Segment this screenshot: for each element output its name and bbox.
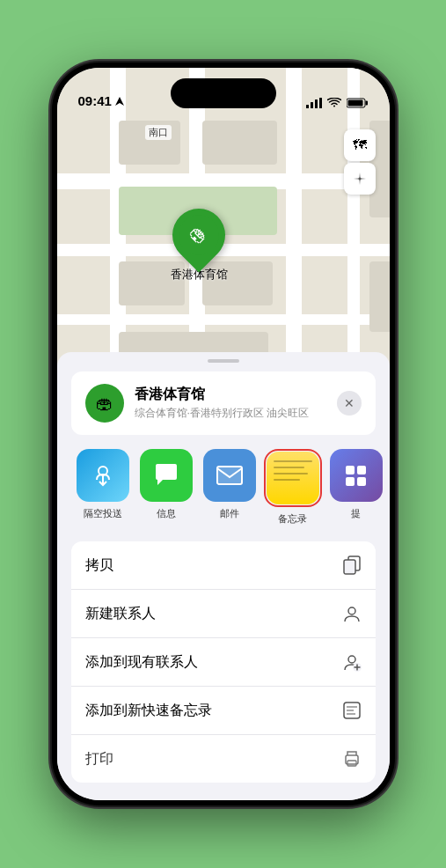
svg-point-16 — [348, 656, 355, 663]
share-airdrop[interactable]: 隔空投送 — [71, 449, 135, 526]
action-quick-note[interactable]: 添加到新快速备忘录 — [71, 687, 376, 735]
notes-lines — [274, 460, 312, 481]
mail-symbol — [216, 463, 244, 488]
map-controls[interactable]: 🗺 — [344, 129, 376, 195]
close-button[interactable]: ✕ — [337, 391, 362, 416]
mail-label: 邮件 — [220, 507, 239, 520]
map-type-button[interactable]: 🗺 — [344, 129, 376, 161]
location-pin: 🏟 香港体育馆 — [171, 209, 228, 283]
signal-icon — [306, 98, 322, 108]
pin-circle: 🏟 — [162, 198, 237, 273]
share-more[interactable]: 提 — [325, 449, 388, 526]
messages-icon[interactable] — [140, 449, 193, 502]
print-label: 打印 — [85, 750, 113, 769]
notes-label: 备忘录 — [278, 512, 307, 526]
phone-frame: 09:41 — [52, 63, 395, 805]
location-icon: 🏟 — [85, 384, 124, 423]
action-copy[interactable]: 拷贝 — [71, 541, 376, 590]
location-button[interactable] — [344, 163, 376, 195]
svg-rect-6 — [365, 101, 368, 106]
quick-note-icon — [342, 701, 362, 720]
share-mail[interactable]: 邮件 — [198, 449, 261, 526]
action-new-contact[interactable]: 新建联系人 — [71, 590, 376, 638]
time-display: 09:41 — [78, 93, 112, 108]
sheet-handle — [208, 359, 239, 363]
svg-point-8 — [358, 178, 361, 180]
svg-rect-7 — [347, 100, 362, 107]
location-name: 香港体育馆 — [135, 386, 337, 404]
status-icons — [306, 98, 369, 108]
svg-rect-14 — [344, 560, 355, 574]
add-existing-label: 添加到现有联系人 — [85, 653, 198, 672]
share-messages[interactable]: 信息 — [135, 449, 198, 526]
battery-icon — [347, 98, 369, 108]
pin-inner: 🏟 — [179, 215, 219, 255]
share-row: 隔空投送 信息 — [57, 435, 390, 533]
copy-label: 拷贝 — [85, 556, 113, 575]
airdrop-symbol — [90, 462, 116, 489]
bottom-sheet: 🏟 香港体育馆 综合体育馆·香港特别行政区 油尖旺区 ✕ — [57, 352, 390, 800]
svg-rect-3 — [315, 99, 318, 108]
action-print[interactable]: 打印 — [71, 735, 376, 783]
notes-icon[interactable] — [267, 452, 319, 504]
airdrop-label: 隔空投送 — [84, 507, 122, 520]
action-add-existing[interactable]: 添加到现有联系人 — [71, 638, 376, 687]
status-time: 09:41 — [78, 93, 124, 108]
svg-rect-2 — [311, 102, 313, 108]
new-contact-icon — [342, 604, 362, 623]
phone-screen: 09:41 — [57, 68, 390, 800]
location-subtitle: 综合体育馆·香港特别行政区 油尖旺区 — [135, 406, 337, 421]
messages-label: 信息 — [157, 507, 176, 520]
more-icon[interactable] — [330, 449, 383, 502]
stadium-icon: 🏟 — [186, 222, 212, 248]
svg-rect-11 — [217, 467, 242, 484]
messages-symbol — [152, 462, 180, 489]
print-icon — [342, 749, 362, 769]
location-arrow-icon — [115, 97, 124, 106]
svg-rect-1 — [306, 105, 309, 108]
entrance-text: 南口 — [149, 127, 168, 137]
map-entrance-label: 南口 — [145, 125, 172, 140]
new-contact-label: 新建联系人 — [85, 605, 156, 623]
add-existing-icon — [342, 652, 362, 672]
svg-rect-4 — [319, 98, 322, 108]
action-list: 拷贝 新建联系人 添加到现有联系人 — [71, 541, 376, 783]
share-notes[interactable]: 备忘录 — [261, 449, 325, 526]
mail-icon[interactable] — [203, 449, 256, 502]
copy-icon — [342, 555, 362, 575]
dynamic-island — [171, 78, 276, 108]
stadium-icon-small: 🏟 — [96, 394, 113, 414]
quick-note-label: 添加到新快速备忘录 — [85, 702, 212, 720]
more-label: 提 — [351, 507, 361, 520]
location-header: 🏟 香港体育馆 综合体育馆·香港特别行政区 油尖旺区 ✕ — [71, 371, 376, 435]
compass-icon — [353, 172, 367, 186]
svg-point-15 — [348, 607, 355, 614]
airdrop-icon[interactable] — [77, 449, 129, 502]
location-info: 香港体育馆 综合体育馆·香港特别行政区 油尖旺区 — [135, 386, 337, 421]
wifi-icon — [327, 98, 341, 108]
svg-rect-25 — [347, 761, 356, 766]
svg-marker-0 — [115, 97, 124, 106]
